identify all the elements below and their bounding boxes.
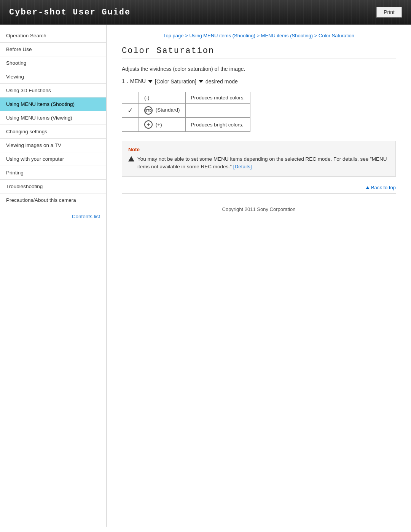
- title-divider: [122, 59, 396, 59]
- check-cell-minus: [122, 92, 139, 104]
- sidebar-item-before-use[interactable]: Before Use: [0, 43, 106, 56]
- table-row-plus: + (+) Produces bright colors.: [122, 118, 250, 132]
- menu-instruction: 1．MENU [Color Saturation] desired mode: [122, 78, 396, 85]
- option-plus: + (+): [139, 118, 186, 132]
- back-to-top-row: Back to top: [122, 184, 396, 191]
- details-link[interactable]: [Details]: [233, 164, 252, 169]
- menu-instruction-suffix: desired mode: [206, 78, 238, 85]
- description: Adjusts the vividness (color saturation)…: [122, 66, 396, 72]
- page-number: 136: [0, 527, 411, 532]
- description-plus: Produces bright colors.: [185, 118, 250, 132]
- menu-instruction-prefix: 1．MENU: [122, 78, 146, 85]
- table-row-minus: (-) Produces muted colors.: [122, 92, 250, 104]
- sidebar-item-using-with-computer[interactable]: Using with your computer: [0, 152, 106, 166]
- note-text: You may not be able to set some MENU ite…: [137, 155, 389, 171]
- breadcrumb-color-saturation[interactable]: Color Saturation: [319, 33, 354, 38]
- main-container: Operation Search Before Use Shooting Vie…: [0, 25, 411, 527]
- sidebar-item-viewing-images-tv[interactable]: Viewing images on a TV: [0, 139, 106, 152]
- contents-list-link[interactable]: Contents list: [0, 209, 106, 224]
- note-box: Note You may not be able to set some MEN…: [122, 141, 396, 177]
- page-title: Color Saturation: [122, 46, 396, 56]
- sidebar-item-operation-search[interactable]: Operation Search: [0, 29, 106, 43]
- note-label: Note: [128, 147, 389, 152]
- table-row-standard: ✓ STD (Standard): [122, 104, 250, 118]
- options-table: (-) Produces muted colors. ✓ STD (Standa…: [122, 92, 250, 132]
- app-title: Cyber-shot User Guide: [9, 8, 131, 17]
- check-cell-plus: [122, 118, 139, 132]
- menu-arrow-1: [148, 80, 153, 83]
- print-button[interactable]: Print: [376, 7, 402, 18]
- sidebar-item-using-menu-shooting[interactable]: Using MENU items (Shooting): [0, 97, 106, 111]
- std-icon: STD: [144, 106, 153, 115]
- note-content: You may not be able to set some MENU ite…: [128, 155, 389, 171]
- sidebar-item-using-menu-viewing[interactable]: Using MENU items (Viewing): [0, 111, 106, 125]
- back-to-top-label: Back to top: [371, 185, 396, 190]
- breadcrumb-using-menu-shooting[interactable]: Using MENU items (Shooting): [189, 33, 255, 38]
- sidebar-item-troubleshooting[interactable]: Troubleshooting: [0, 180, 106, 193]
- sidebar-item-precautions[interactable]: Precautions/About this camera: [0, 193, 106, 207]
- sidebar-item-shooting[interactable]: Shooting: [0, 56, 106, 70]
- option-minus: (-): [139, 92, 186, 104]
- menu-instruction-middle: [Color Saturation]: [155, 78, 196, 85]
- warning-triangle-icon: [128, 156, 134, 161]
- back-to-top-icon: [366, 186, 370, 189]
- copyright-text: Copyright 2011 Sony Corporation: [222, 206, 296, 212]
- menu-arrow-2: [199, 80, 203, 83]
- sidebar: Operation Search Before Use Shooting Vie…: [0, 25, 107, 527]
- content-area: Top page > Using MENU items (Shooting) >…: [107, 25, 411, 527]
- content-divider: [122, 193, 396, 194]
- plus-icon: +: [144, 120, 153, 129]
- breadcrumb-menu-items-shooting[interactable]: MENU items (Shooting): [261, 33, 313, 38]
- back-to-top-link[interactable]: Back to top: [366, 185, 396, 190]
- sidebar-item-viewing[interactable]: Viewing: [0, 70, 106, 84]
- check-cell-standard: ✓: [122, 104, 139, 118]
- sidebar-item-using-3d-functions[interactable]: Using 3D Functions: [0, 84, 106, 97]
- header: Cyber-shot User Guide Print: [0, 0, 411, 25]
- breadcrumb: Top page > Using MENU items (Shooting) >…: [122, 33, 396, 38]
- description-minus: Produces muted colors.: [185, 92, 250, 104]
- description-standard: [185, 104, 250, 118]
- sidebar-item-changing-settings[interactable]: Changing settings: [0, 125, 106, 139]
- checkmark-icon: ✓: [127, 107, 133, 114]
- footer: Copyright 2011 Sony Corporation: [122, 200, 396, 218]
- option-standard: STD (Standard): [139, 104, 186, 118]
- sidebar-item-printing[interactable]: Printing: [0, 166, 106, 180]
- breadcrumb-top-page[interactable]: Top page: [163, 33, 184, 38]
